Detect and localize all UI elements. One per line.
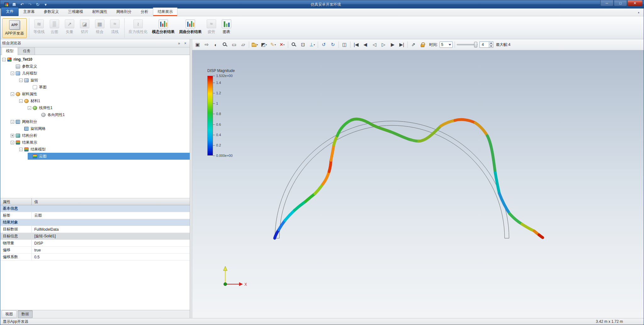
tree-item-ring-tet10[interactable]: - ring_Tet10: [2, 56, 190, 63]
frame-spinner-value[interactable]: 4: [479, 41, 489, 48]
last-frame-icon[interactable]: ▶|: [398, 41, 405, 48]
frame-slider-handle[interactable]: [474, 42, 477, 47]
orbit-view-icon[interactable]: ◐: [212, 41, 219, 48]
streamline-button[interactable]: ≈ 流线: [108, 18, 122, 36]
property-row[interactable]: 偏移 true: [0, 247, 190, 254]
redo-icon[interactable]: ↷: [27, 2, 33, 7]
property-row[interactable]: 物理量 DISP: [0, 240, 190, 247]
stress-linearization-button[interactable]: ≀ 应力线性化: [127, 18, 149, 36]
undo-icon[interactable]: ↶: [19, 2, 25, 7]
property-row[interactable]: 结果对象: [0, 219, 190, 226]
tab-parameter-definition[interactable]: 参数定义: [39, 8, 63, 16]
capture-view-icon[interactable]: ⇨: [203, 41, 210, 48]
spin-up-icon[interactable]: [489, 42, 493, 45]
save-icon[interactable]: [11, 2, 17, 7]
export-animation-icon[interactable]: ⇗: [410, 41, 417, 48]
close-button[interactable]: ✕: [627, 0, 642, 6]
tree-item-meshing[interactable]: - 网格剖分: [11, 118, 190, 125]
tree-item-geometry-model[interactable]: - 几何模型: [11, 70, 190, 77]
model-scene[interactable]: X: [192, 50, 644, 318]
tab-analysis[interactable]: 分析: [136, 8, 153, 16]
tree-item-material1[interactable]: - 材料1: [19, 97, 190, 104]
rotate-cw-icon[interactable]: ↻: [329, 41, 336, 48]
model-tab[interactable]: 模型: [2, 47, 18, 55]
clear-marks-icon[interactable]: ✎ ▾: [270, 41, 277, 48]
view-tab[interactable]: 视图: [2, 310, 17, 318]
next-frame-icon[interactable]: ▶: [389, 41, 396, 48]
tree-item-structural-analysis[interactable]: + 结构分析: [11, 132, 190, 139]
zoom-select-icon[interactable]: [221, 41, 228, 48]
tab-3d-modeling[interactable]: 三维建模: [64, 8, 87, 16]
property-value[interactable]: FullModelData: [32, 226, 190, 233]
lock-icon[interactable]: [419, 41, 426, 48]
task-tab[interactable]: 任务: [19, 47, 35, 55]
expand-collapse-icon[interactable]: -: [19, 79, 23, 82]
property-row[interactable]: 标签 云图: [0, 212, 190, 219]
zoom-window-icon[interactable]: [290, 41, 297, 48]
expand-collapse-icon[interactable]: -: [19, 148, 23, 151]
tree-item-revolve[interactable]: - 旋转: [19, 77, 190, 84]
property-value[interactable]: [32, 205, 190, 212]
tab-home[interactable]: 主屏幕: [19, 8, 39, 16]
expand-collapse-icon[interactable]: -: [11, 92, 14, 96]
tab-meshing[interactable]: 网格剖分: [112, 8, 136, 16]
play-forward-icon[interactable]: ▷: [380, 41, 387, 48]
probe-select-icon[interactable]: ▣: [194, 41, 201, 48]
property-value[interactable]: DISP: [32, 240, 190, 246]
expand-collapse-icon[interactable]: -: [11, 72, 14, 75]
deformed-result-model[interactable]: [275, 119, 543, 238]
polygon-select-icon[interactable]: ▱: [240, 41, 247, 48]
select-mode-icon[interactable]: ◩ ▾: [260, 41, 267, 48]
chart-button[interactable]: 图表: [219, 18, 234, 36]
tree-item-isotropic1[interactable]: 各向同性1: [36, 111, 190, 118]
minimize-button[interactable]: ─: [600, 0, 613, 6]
property-row[interactable]: 目标信息 [旋转-Solid1]: [0, 233, 190, 240]
rotate-ccw-icon[interactable]: ↺: [320, 41, 327, 48]
create-group-icon[interactable]: ▾: [251, 41, 258, 48]
contour-button[interactable]: ▒ 云图: [47, 18, 62, 36]
tree-item-linear-elastic1[interactable]: - 线弹性1: [28, 104, 190, 111]
tree-item-parameter-definition[interactable]: 参数定义: [11, 63, 190, 70]
time-dropdown[interactable]: 5: [440, 41, 453, 48]
tree-item-result-display[interactable]: - 结果展示: [11, 139, 190, 146]
expand-collapse-icon[interactable]: -: [19, 99, 23, 103]
property-value[interactable]: [32, 219, 190, 226]
maximize-button[interactable]: □: [614, 0, 627, 6]
property-value[interactable]: 云图: [32, 212, 190, 219]
property-row[interactable]: 目标数据 FullModelData: [0, 226, 190, 233]
snapshot-view-icon[interactable]: ◫: [341, 41, 348, 48]
tree-item-material-properties[interactable]: - 材料属性: [11, 91, 190, 97]
tree-item-cloud-plot[interactable]: 云图: [28, 153, 190, 160]
expand-collapse-icon[interactable]: +: [11, 134, 14, 137]
tab-result-display[interactable]: 结果展示: [153, 8, 177, 16]
tree-item-sketch[interactable]: 草图: [28, 84, 190, 91]
rect-select-icon[interactable]: ▭: [231, 41, 238, 48]
spin-down-icon[interactable]: [489, 45, 493, 48]
play-backward-icon[interactable]: ◁: [371, 41, 378, 48]
qat-menu-icon[interactable]: ▾: [43, 2, 48, 7]
tree-item-result-model[interactable]: - 结果模型: [19, 146, 190, 153]
delete-icon[interactable]: × ▾: [279, 41, 286, 48]
app-developer-button[interactable]: APP APP开发器: [2, 18, 27, 38]
data-tab[interactable]: 数据: [18, 310, 33, 318]
property-row[interactable]: 偏移系数 0.5: [0, 254, 190, 261]
expand-collapse-icon[interactable]: -: [11, 120, 14, 124]
axes-view-icon[interactable]: ⊥ ▾: [309, 41, 316, 48]
isoline-button[interactable]: ≋ 等值线: [31, 18, 47, 36]
combine-button[interactable]: ▦ 组合: [92, 18, 107, 36]
prev-frame-icon[interactable]: ◀: [362, 41, 369, 48]
tab-file[interactable]: 文件: [1, 7, 19, 16]
property-row[interactable]: 基本信息: [0, 205, 190, 212]
fit-view-icon[interactable]: ⊡: [300, 41, 306, 48]
tab-material-properties[interactable]: 材料属性: [88, 8, 112, 16]
tree-item-revolve-mesh[interactable]: 旋转网格: [19, 125, 190, 132]
fatigue-button[interactable]: ≈ 疲劳: [204, 18, 219, 36]
frame-slider[interactable]: [457, 41, 478, 48]
slice-button[interactable]: ◪ 切片: [77, 18, 92, 36]
property-value[interactable]: true: [32, 247, 190, 253]
modal-results-button[interactable]: 模态分析结果: [150, 18, 176, 36]
expand-collapse-icon[interactable]: -: [11, 141, 14, 144]
buckling-results-button[interactable]: 屈曲分析结果: [177, 18, 204, 36]
property-value[interactable]: [旋转-Solid1]: [32, 233, 190, 240]
panel-close-icon[interactable]: ×: [183, 41, 188, 46]
